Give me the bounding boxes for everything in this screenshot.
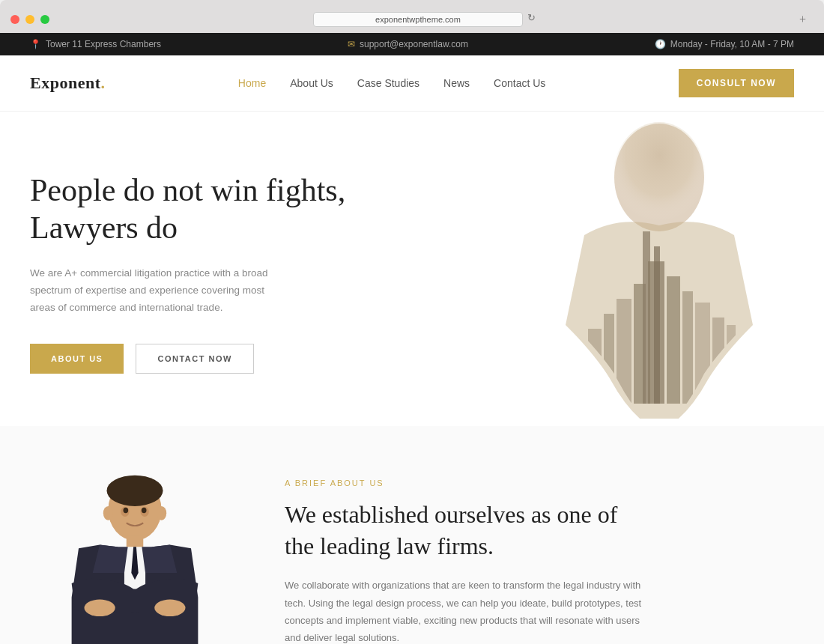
nav-link-news[interactable]: News: [443, 77, 470, 89]
about-us-button[interactable]: About Us: [30, 344, 124, 374]
hero-description: We are A+ commercial litigation practice…: [30, 265, 285, 317]
about-label: A Brief About Us: [285, 479, 794, 487]
svg-point-24: [142, 508, 147, 514]
logo-dot: .: [100, 73, 105, 92]
browser-minimize-dot[interactable]: [25, 15, 34, 24]
svg-point-26: [157, 506, 166, 520]
topbar-email-text: support@exponentlaw.com: [360, 39, 468, 49]
browser-newtab-icon[interactable]: +: [799, 13, 814, 26]
browser-url[interactable]: exponentwptheme.com: [313, 12, 523, 27]
location-icon: 📍: [30, 39, 41, 49]
svg-point-25: [103, 506, 113, 520]
topbar: 📍 Tower 11 Express Chambers ✉ support@ex…: [0, 33, 824, 55]
contact-now-button[interactable]: Contact Now: [136, 344, 253, 374]
hero-title-line2: Lawyers do: [30, 210, 178, 245]
topbar-address-text: Tower 11 Express Chambers: [46, 39, 161, 49]
hero-title: People do not win fights, Lawyers do: [30, 171, 345, 247]
hero-person-silhouette: [509, 112, 794, 419]
about-section: A Brief About Us We established ourselve…: [0, 426, 824, 644]
hero-section: People do not win fights, Lawyers do We …: [0, 112, 824, 426]
hero-title-line1: People do not win fights,: [30, 173, 345, 207]
svg-point-16: [107, 476, 163, 506]
hero-buttons: About Us Contact Now: [30, 344, 345, 374]
website-content: 📍 Tower 11 Express Chambers ✉ support@ex…: [0, 33, 824, 644]
browser-refresh-icon[interactable]: ↻: [527, 12, 536, 27]
navbar: Exponent. Home About Us Case Studies New…: [0, 55, 824, 112]
clock-icon: 🕐: [655, 39, 666, 49]
hero-content: People do not win fights, Lawyers do We …: [30, 157, 345, 374]
topbar-hours: 🕐 Monday - Friday, 10 AM - 7 PM: [655, 39, 794, 49]
topbar-email: ✉ support@exponentlaw.com: [348, 39, 468, 49]
nav-links: Home About Us Case Studies News Contact …: [238, 77, 546, 89]
svg-rect-2: [588, 329, 602, 404]
email-icon: ✉: [348, 39, 355, 49]
browser-window: exponentwptheme.com ↻ + 📍 Tower 11 Expre…: [0, 0, 824, 644]
svg-rect-8: [682, 291, 693, 404]
topbar-address: 📍 Tower 11 Express Chambers: [30, 39, 161, 49]
nav-link-contact[interactable]: Contact Us: [494, 77, 545, 89]
nav-link-about[interactable]: About Us: [290, 77, 333, 89]
svg-rect-3: [604, 314, 614, 404]
svg-point-19: [85, 600, 115, 617]
browser-maximize-dot[interactable]: [40, 15, 49, 24]
lawyer-person-figure: [30, 471, 240, 644]
svg-point-20: [154, 600, 185, 617]
browser-titlebar: exponentwptheme.com ↻ +: [0, 7, 824, 33]
about-text-1: We collaborate with organizations that a…: [285, 577, 644, 644]
topbar-hours-text: Monday - Friday, 10 AM - 7 PM: [670, 39, 794, 49]
consult-now-button[interactable]: Consult Now: [679, 69, 794, 97]
logo: Exponent.: [30, 73, 105, 93]
logo-text: Exponent: [30, 73, 100, 92]
about-title: We established ourselves as one of the l…: [285, 499, 644, 562]
hero-image: [449, 112, 824, 426]
nav-link-home[interactable]: Home: [238, 77, 266, 89]
svg-rect-12: [643, 231, 650, 404]
svg-rect-13: [654, 246, 660, 404]
svg-point-14: [613, 122, 706, 233]
browser-addressbar: exponentwptheme.com ↻: [55, 12, 793, 27]
about-image: [30, 471, 255, 644]
about-content: A Brief About Us We established ourselve…: [285, 471, 794, 644]
svg-rect-7: [667, 276, 680, 404]
svg-rect-17: [127, 535, 144, 548]
browser-close-dot[interactable]: [10, 15, 19, 24]
nav-link-case-studies[interactable]: Case Studies: [357, 77, 419, 89]
svg-point-23: [124, 508, 129, 514]
